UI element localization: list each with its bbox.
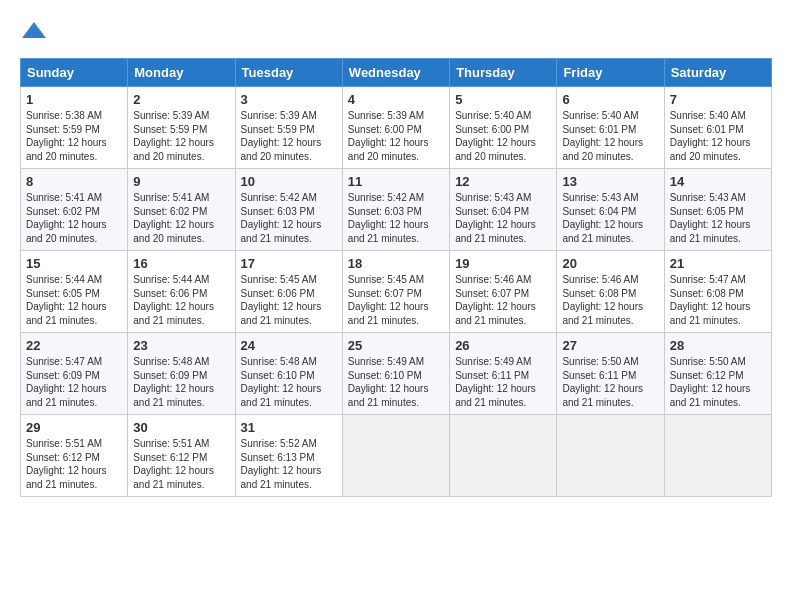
day-info-line: Sunset: 6:05 PM: [670, 205, 766, 219]
day-number: 15: [26, 256, 122, 271]
day-number: 9: [133, 174, 229, 189]
calendar-cell: 16Sunrise: 5:44 AMSunset: 6:06 PMDayligh…: [128, 251, 235, 333]
calendar-cell: [450, 415, 557, 497]
day-info-line: Daylight: 12 hours: [455, 382, 551, 396]
day-info-line: and 21 minutes.: [241, 314, 337, 328]
day-info-line: Daylight: 12 hours: [26, 218, 122, 232]
calendar-cell: 10Sunrise: 5:42 AMSunset: 6:03 PMDayligh…: [235, 169, 342, 251]
day-info-line: Sunrise: 5:50 AM: [670, 355, 766, 369]
day-info-line: and 20 minutes.: [455, 150, 551, 164]
calendar-cell: [664, 415, 771, 497]
day-info-line: Sunset: 6:12 PM: [670, 369, 766, 383]
day-info-line: and 20 minutes.: [670, 150, 766, 164]
day-info-line: Sunset: 6:06 PM: [241, 287, 337, 301]
day-info-line: Daylight: 12 hours: [26, 464, 122, 478]
day-info-line: Daylight: 12 hours: [26, 300, 122, 314]
day-info-line: and 21 minutes.: [670, 396, 766, 410]
day-number: 26: [455, 338, 551, 353]
day-info-line: Sunrise: 5:40 AM: [670, 109, 766, 123]
day-info-line: Daylight: 12 hours: [348, 300, 444, 314]
calendar-cell: 27Sunrise: 5:50 AMSunset: 6:11 PMDayligh…: [557, 333, 664, 415]
day-number: 3: [241, 92, 337, 107]
day-number: 6: [562, 92, 658, 107]
day-number: 8: [26, 174, 122, 189]
day-info-line: and 21 minutes.: [133, 396, 229, 410]
day-info-line: Daylight: 12 hours: [133, 300, 229, 314]
calendar-cell: 9Sunrise: 5:41 AMSunset: 6:02 PMDaylight…: [128, 169, 235, 251]
day-info-line: Sunset: 6:04 PM: [562, 205, 658, 219]
day-info-line: Daylight: 12 hours: [26, 382, 122, 396]
day-info-line: and 21 minutes.: [455, 232, 551, 246]
day-info-line: Sunrise: 5:41 AM: [26, 191, 122, 205]
day-info-line: Sunrise: 5:51 AM: [133, 437, 229, 451]
calendar-table: SundayMondayTuesdayWednesdayThursdayFrid…: [20, 58, 772, 497]
page-header: [20, 20, 772, 42]
day-info-line: Daylight: 12 hours: [348, 218, 444, 232]
calendar-cell: 11Sunrise: 5:42 AMSunset: 6:03 PMDayligh…: [342, 169, 449, 251]
calendar-cell: 31Sunrise: 5:52 AMSunset: 6:13 PMDayligh…: [235, 415, 342, 497]
day-info-line: Daylight: 12 hours: [133, 136, 229, 150]
day-info-line: Sunrise: 5:41 AM: [133, 191, 229, 205]
day-info-line: Sunset: 6:00 PM: [455, 123, 551, 137]
day-info-line: Sunset: 6:13 PM: [241, 451, 337, 465]
day-info-line: Daylight: 12 hours: [133, 464, 229, 478]
day-number: 17: [241, 256, 337, 271]
calendar-cell: 17Sunrise: 5:45 AMSunset: 6:06 PMDayligh…: [235, 251, 342, 333]
day-number: 19: [455, 256, 551, 271]
calendar-cell: 26Sunrise: 5:49 AMSunset: 6:11 PMDayligh…: [450, 333, 557, 415]
day-info-line: Sunrise: 5:44 AM: [133, 273, 229, 287]
day-number: 5: [455, 92, 551, 107]
day-info-line: Sunset: 6:10 PM: [241, 369, 337, 383]
day-number: 21: [670, 256, 766, 271]
day-info-line: and 21 minutes.: [562, 396, 658, 410]
calendar-week-4: 22Sunrise: 5:47 AMSunset: 6:09 PMDayligh…: [21, 333, 772, 415]
day-number: 2: [133, 92, 229, 107]
day-info-line: Sunset: 6:03 PM: [241, 205, 337, 219]
day-info-line: Sunset: 6:12 PM: [133, 451, 229, 465]
day-info-line: and 20 minutes.: [348, 150, 444, 164]
day-info-line: Sunset: 6:07 PM: [455, 287, 551, 301]
day-number: 14: [670, 174, 766, 189]
day-info-line: Daylight: 12 hours: [670, 136, 766, 150]
col-header-wednesday: Wednesday: [342, 59, 449, 87]
day-info-line: Sunset: 6:10 PM: [348, 369, 444, 383]
day-number: 28: [670, 338, 766, 353]
day-info-line: Sunset: 6:02 PM: [133, 205, 229, 219]
day-info-line: Daylight: 12 hours: [241, 464, 337, 478]
day-info-line: Daylight: 12 hours: [241, 300, 337, 314]
day-info-line: Sunrise: 5:47 AM: [670, 273, 766, 287]
col-header-friday: Friday: [557, 59, 664, 87]
day-info-line: Sunset: 6:03 PM: [348, 205, 444, 219]
day-info-line: and 21 minutes.: [26, 314, 122, 328]
day-info-line: Daylight: 12 hours: [241, 136, 337, 150]
day-info-line: Sunrise: 5:43 AM: [455, 191, 551, 205]
day-info-line: and 21 minutes.: [348, 232, 444, 246]
calendar-cell: 19Sunrise: 5:46 AMSunset: 6:07 PMDayligh…: [450, 251, 557, 333]
day-info-line: Sunrise: 5:45 AM: [241, 273, 337, 287]
day-info-line: Sunrise: 5:45 AM: [348, 273, 444, 287]
day-info-line: Sunrise: 5:42 AM: [241, 191, 337, 205]
calendar-cell: 13Sunrise: 5:43 AMSunset: 6:04 PMDayligh…: [557, 169, 664, 251]
day-info-line: Sunset: 6:11 PM: [455, 369, 551, 383]
calendar-cell: 25Sunrise: 5:49 AMSunset: 6:10 PMDayligh…: [342, 333, 449, 415]
day-info-line: Sunrise: 5:39 AM: [241, 109, 337, 123]
day-info-line: Sunrise: 5:50 AM: [562, 355, 658, 369]
day-info-line: Daylight: 12 hours: [26, 136, 122, 150]
day-info-line: Sunset: 6:06 PM: [133, 287, 229, 301]
day-info-line: and 21 minutes.: [562, 232, 658, 246]
day-number: 11: [348, 174, 444, 189]
day-number: 4: [348, 92, 444, 107]
day-info-line: and 21 minutes.: [241, 232, 337, 246]
calendar-week-1: 1Sunrise: 5:38 AMSunset: 5:59 PMDaylight…: [21, 87, 772, 169]
day-number: 31: [241, 420, 337, 435]
day-info-line: Sunset: 6:04 PM: [455, 205, 551, 219]
calendar-week-2: 8Sunrise: 5:41 AMSunset: 6:02 PMDaylight…: [21, 169, 772, 251]
calendar-week-3: 15Sunrise: 5:44 AMSunset: 6:05 PMDayligh…: [21, 251, 772, 333]
day-info-line: and 21 minutes.: [348, 314, 444, 328]
calendar-cell: 15Sunrise: 5:44 AMSunset: 6:05 PMDayligh…: [21, 251, 128, 333]
logo: [20, 20, 52, 42]
day-info-line: Sunset: 6:07 PM: [348, 287, 444, 301]
day-number: 29: [26, 420, 122, 435]
day-info-line: Daylight: 12 hours: [348, 136, 444, 150]
day-info-line: Daylight: 12 hours: [455, 136, 551, 150]
